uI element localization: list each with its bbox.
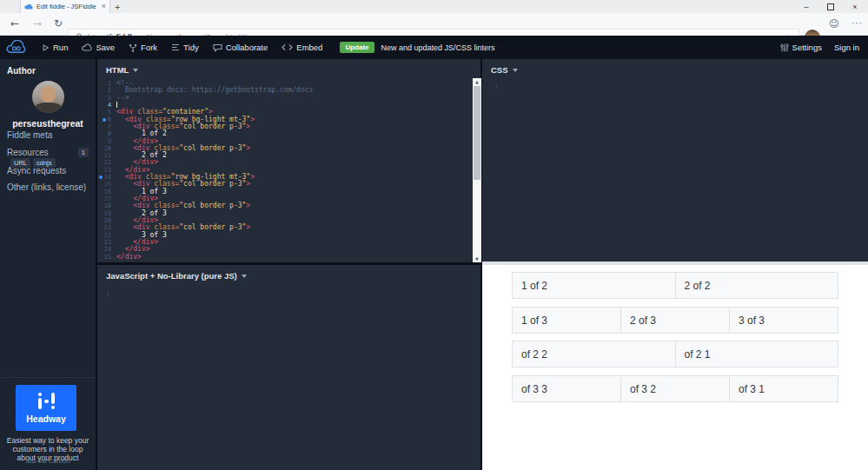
headway-logo-icon [38,393,55,410]
js-panel-label: JavaScript + No-Library (pure JS) [106,271,237,281]
forward-button-icon[interactable]: → [33,17,42,30]
html-editor-panel[interactable]: HTML 1<!--2 Bootstrap docs: https://getb… [97,59,480,262]
scroll-up-arrow-icon[interactable]: ▲ [473,78,481,85]
close-window-button[interactable]: × [849,3,861,11]
line-number: 11 [97,152,116,159]
update-badge[interactable]: Update [340,42,374,53]
css-panel-label: CSS [491,65,508,75]
line-number: 3 [97,95,116,102]
line-number: 9 [97,138,116,145]
code-line: 2 Bootstrap docs: https://getbootstrap.c… [97,87,472,94]
grid-cell: 2 of 2 [675,272,839,299]
sidebar-item-async-requests[interactable]: Async requests [0,166,96,175]
result-grid: 1 of 22 of 21 of 32 of 33 of 3of 2 2of 2… [512,272,838,409]
sign-in-button[interactable]: Sign in [834,43,859,52]
minimize-button[interactable]: – [800,3,812,11]
js-line-number: 1 [106,291,109,298]
tidy-button[interactable]: Tidy [171,43,199,52]
html-editor-scrollbar[interactable]: ▲ ▼ [473,78,481,262]
line-number: 25 [97,254,116,261]
browser-navbar: ← → ↻ https://jsfiddle.net/perseusthegre… [0,13,868,36]
grid-cell: of 2 1 [675,341,839,367]
code-line: 12 </div> [97,159,472,166]
feedback-smiley-icon[interactable]: ☺ [829,18,838,30]
fork-button[interactable]: Fork [129,43,157,52]
jsfiddle-logo-icon[interactable] [5,40,28,56]
grid-cell: of 3 3 [512,375,621,402]
author-heading: Author [0,59,96,76]
run-button[interactable]: Run [42,43,68,52]
line-number: 24 [97,246,116,253]
tab-title: Edit fiddle - JSFiddle [36,3,98,10]
line-number: 12 [97,159,116,166]
grid-cell: 1 of 2 [512,272,676,299]
line-number: 5 [97,109,116,116]
ad-carbon-note[interactable]: ads via Carbon [0,457,96,465]
css-editor-panel[interactable]: CSS 1 [482,59,868,261]
line-number: 21 [97,224,116,231]
save-button[interactable]: Save [82,43,115,52]
grid-cell: 1 of 3 [512,307,621,334]
result-splitter-handle[interactable] [482,261,868,265]
html-panel-dropdown-icon[interactable] [133,69,138,72]
code-line: 3--> [97,95,472,102]
maximize-button[interactable] [827,3,834,10]
line-number: 4 [97,102,116,109]
collaborate-chat-icon [213,43,222,52]
line-number: 19 [97,210,116,217]
js-editor-panel[interactable]: JavaScript + No-Library (pure JS) 1 [97,265,480,470]
result-row: 1 of 32 of 33 of 3 [512,307,838,334]
line-number: 18 [97,202,116,209]
collaborate-button[interactable]: Collaborate [213,43,268,52]
scroll-down-arrow-icon[interactable]: ▼ [473,255,481,262]
js-panel-dropdown-icon[interactable] [242,275,247,278]
browser-tab[interactable]: Edit fiddle - JSFiddle × [20,0,110,13]
sidebar-item-resources[interactable]: ResourcesURLcdnjs 1 [0,148,96,168]
line-marker-dot-icon [99,175,103,179]
line-number: 1 [97,80,116,87]
html-panel-label: HTML [106,65,129,75]
line-number: 17 [97,195,116,202]
author-avatar[interactable] [32,81,64,113]
sidebar-item-fiddle-meta[interactable]: Fiddle meta [0,130,96,140]
result-row: of 3 3of 3 2of 3 1 [512,375,838,402]
css-line-number: 1 [494,83,498,90]
headway-brand-text: Headway [26,414,66,424]
sidebar-item-other[interactable]: Other (links, license) [0,182,96,192]
headway-ad[interactable]: Headway [16,385,76,431]
browser-menu-dots-icon[interactable]: ··· [851,18,863,28]
html-code-lines[interactable]: 1<!--2 Bootstrap docs: https://getbootst… [97,80,472,262]
grid-cell: of 2 2 [512,341,676,367]
new-tab-button[interactable]: + [115,2,120,12]
result-row: 1 of 22 of 2 [512,272,838,299]
jsfiddle-toolbar: Run Save Fork Tidy Collaborate Embed Upd… [0,36,868,59]
settings-button[interactable]: Settings [780,43,822,52]
code-line: 23 </div> [97,239,472,246]
refresh-button-icon[interactable]: ↻ [54,17,63,30]
run-play-icon [42,43,50,52]
line-number: 16 [97,189,116,195]
settings-sliders-icon [780,43,789,52]
css-panel-dropdown-icon[interactable] [513,69,518,72]
line-number: 22 [97,232,116,239]
tab-close-icon[interactable]: × [102,3,106,10]
back-button-icon[interactable]: ← [10,17,19,30]
line-number: 14 [97,174,116,181]
sidebar: Author perseusthegreat Fiddle meta Resou… [0,59,96,470]
embed-button[interactable]: Embed [282,43,322,52]
grid-cell: 3 of 3 [729,307,838,334]
grid-cell: 2 of 3 [620,307,730,334]
line-number: 6 [97,116,116,123]
grid-cell: of 3 1 [729,375,838,402]
grid-cell: of 3 2 [620,375,730,402]
result-row: of 2 2of 2 1 [512,341,838,367]
result-panel: 1 of 22 of 21 of 32 of 33 of 3of 2 2of 2… [482,261,868,470]
line-number: 23 [97,239,116,246]
author-username[interactable]: perseusthegreat [0,118,96,129]
line-number: 15 [97,181,116,188]
code-line: 25</div> [97,254,472,261]
update-news-text[interactable]: New and updated JS/CSS linters [381,43,495,52]
scrollbar-thumb[interactable] [474,86,480,180]
browser-titlebar: Edit fiddle - JSFiddle × + – × [0,0,868,13]
line-number: 2 [97,87,116,94]
